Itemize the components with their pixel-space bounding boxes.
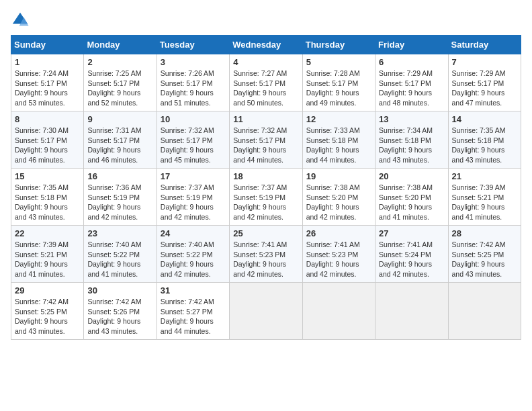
- calendar-day: 17Sunrise: 7:37 AMSunset: 5:19 PMDayligh…: [157, 169, 229, 226]
- weekday-header-friday: Friday: [375, 36, 448, 54]
- logo: [11, 11, 31, 30]
- calendar-week-2: 15Sunrise: 7:35 AMSunset: 5:18 PMDayligh…: [11, 169, 521, 226]
- weekday-header-tuesday: Tuesday: [157, 36, 229, 54]
- calendar-day: 4Sunrise: 7:27 AMSunset: 5:17 PMDaylight…: [230, 54, 302, 111]
- calendar-week-0: 1Sunrise: 7:24 AMSunset: 5:17 PMDaylight…: [11, 54, 521, 111]
- calendar-day: [375, 283, 448, 340]
- calendar-week-3: 22Sunrise: 7:39 AMSunset: 5:21 PMDayligh…: [11, 226, 521, 283]
- calendar-day: 27Sunrise: 7:41 AMSunset: 5:24 PMDayligh…: [375, 226, 448, 283]
- calendar-day: [302, 283, 375, 340]
- weekday-header-saturday: Saturday: [448, 36, 521, 54]
- weekday-header-sunday: Sunday: [11, 36, 84, 54]
- calendar-day: 14Sunrise: 7:35 AMSunset: 5:18 PMDayligh…: [448, 111, 521, 169]
- calendar-day: 13Sunrise: 7:34 AMSunset: 5:18 PMDayligh…: [375, 111, 448, 169]
- calendar-table: SundayMondayTuesdayWednesdayThursdayFrid…: [11, 35, 521, 340]
- calendar-day: 3Sunrise: 7:26 AMSunset: 5:17 PMDaylight…: [157, 54, 229, 111]
- calendar-day: 24Sunrise: 7:40 AMSunset: 5:22 PMDayligh…: [157, 226, 229, 283]
- calendar-day: 18Sunrise: 7:37 AMSunset: 5:19 PMDayligh…: [230, 169, 302, 226]
- calendar-day: 10Sunrise: 7:32 AMSunset: 5:17 PMDayligh…: [157, 111, 229, 169]
- page-header: [11, 11, 521, 30]
- calendar-day: 21Sunrise: 7:39 AMSunset: 5:21 PMDayligh…: [448, 169, 521, 226]
- calendar-day: 29Sunrise: 7:42 AMSunset: 5:25 PMDayligh…: [11, 283, 84, 340]
- calendar-day: 28Sunrise: 7:42 AMSunset: 5:25 PMDayligh…: [448, 226, 521, 283]
- calendar-day: 7Sunrise: 7:29 AMSunset: 5:17 PMDaylight…: [448, 54, 521, 111]
- calendar-day: [230, 283, 302, 340]
- calendar-week-4: 29Sunrise: 7:42 AMSunset: 5:25 PMDayligh…: [11, 283, 521, 340]
- calendar-day: 25Sunrise: 7:41 AMSunset: 5:23 PMDayligh…: [230, 226, 302, 283]
- calendar-day: 16Sunrise: 7:36 AMSunset: 5:19 PMDayligh…: [84, 169, 157, 226]
- calendar-day: 6Sunrise: 7:29 AMSunset: 5:17 PMDaylight…: [375, 54, 448, 111]
- calendar-day: 2Sunrise: 7:25 AMSunset: 5:17 PMDaylight…: [84, 54, 157, 111]
- calendar-day: [448, 283, 521, 340]
- calendar-day: 22Sunrise: 7:39 AMSunset: 5:21 PMDayligh…: [11, 226, 84, 283]
- calendar-day: 15Sunrise: 7:35 AMSunset: 5:18 PMDayligh…: [11, 169, 84, 226]
- calendar-day: 9Sunrise: 7:31 AMSunset: 5:17 PMDaylight…: [84, 111, 157, 169]
- calendar-day: 31Sunrise: 7:42 AMSunset: 5:27 PMDayligh…: [157, 283, 229, 340]
- calendar-day: 12Sunrise: 7:33 AMSunset: 5:18 PMDayligh…: [302, 111, 375, 169]
- calendar-day: 20Sunrise: 7:38 AMSunset: 5:20 PMDayligh…: [375, 169, 448, 226]
- calendar-day: 19Sunrise: 7:38 AMSunset: 5:20 PMDayligh…: [302, 169, 375, 226]
- calendar-day: 30Sunrise: 7:42 AMSunset: 5:26 PMDayligh…: [84, 283, 157, 340]
- logo-icon: [11, 11, 30, 30]
- calendar-day: 26Sunrise: 7:41 AMSunset: 5:23 PMDayligh…: [302, 226, 375, 283]
- calendar-day: 5Sunrise: 7:28 AMSunset: 5:17 PMDaylight…: [302, 54, 375, 111]
- calendar-day: 8Sunrise: 7:30 AMSunset: 5:17 PMDaylight…: [11, 111, 84, 169]
- weekday-header-thursday: Thursday: [302, 36, 375, 54]
- calendar-day: 1Sunrise: 7:24 AMSunset: 5:17 PMDaylight…: [11, 54, 84, 111]
- weekday-header-wednesday: Wednesday: [230, 36, 302, 54]
- calendar-day: 23Sunrise: 7:40 AMSunset: 5:22 PMDayligh…: [84, 226, 157, 283]
- calendar-day: 11Sunrise: 7:32 AMSunset: 5:17 PMDayligh…: [230, 111, 302, 169]
- calendar-week-1: 8Sunrise: 7:30 AMSunset: 5:17 PMDaylight…: [11, 111, 521, 169]
- weekday-header-monday: Monday: [84, 36, 157, 54]
